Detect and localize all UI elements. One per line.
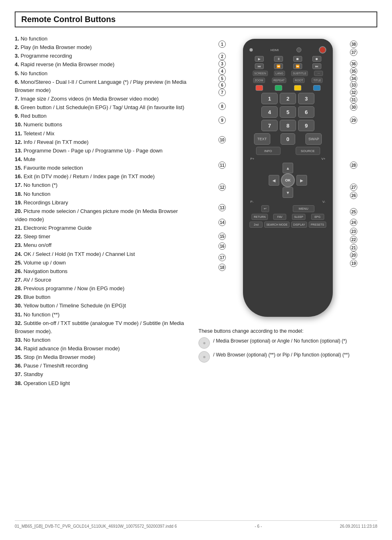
page-footer: 01_MB65_[GB]_DVB-TC_PVR_GOLD14_5110UK_46… bbox=[15, 520, 377, 529]
right-column: HDMI ▶ ⏸ ⏹ ⏺ bbox=[198, 35, 377, 513]
yellow-btn[interactable] bbox=[294, 85, 301, 91]
callout-20: 20 bbox=[350, 251, 357, 259]
num-5[interactable]: 5 bbox=[280, 106, 296, 118]
num-3[interactable]: 3 bbox=[298, 93, 314, 104]
epg-btn[interactable]: EPG bbox=[311, 214, 324, 220]
callout-15: 15 bbox=[218, 233, 226, 240]
info-source-row: INFO SOURCE bbox=[249, 147, 326, 155]
page-title: Remote Control Buttons bbox=[21, 15, 371, 24]
list-item: 31. No function (**) bbox=[15, 311, 190, 319]
second-btn[interactable]: 2nd bbox=[249, 222, 263, 228]
num-6[interactable]: 6 bbox=[298, 106, 314, 118]
fwd-btn[interactable]: ⏩ bbox=[293, 63, 302, 69]
main-content: 1. No function2. Play (in Media Browser … bbox=[15, 35, 377, 513]
screen-btn[interactable]: SCREEN bbox=[253, 71, 268, 76]
footer-page: - 6 - bbox=[255, 524, 262, 529]
info-btn[interactable]: INFO bbox=[256, 147, 281, 155]
source-btn[interactable]: SOURCE bbox=[296, 147, 320, 155]
callout-24: 24 bbox=[350, 219, 357, 226]
list-item: 19. Recordings Library bbox=[15, 199, 190, 207]
num-7[interactable]: 7 bbox=[261, 120, 278, 131]
repeat-btn[interactable]: REPEAT bbox=[272, 78, 287, 83]
nav-left[interactable]: ◀ bbox=[269, 175, 279, 186]
callout-32: 32 bbox=[350, 89, 357, 96]
footer-date: 26.09.2011 11:23:18 bbox=[340, 524, 377, 529]
pause-btn[interactable]: ⏸ bbox=[274, 56, 283, 62]
next-btn[interactable]: ⏭ bbox=[312, 63, 321, 69]
play-btn[interactable]: ▶ bbox=[255, 56, 264, 62]
remote-diagram: HDMI ▶ ⏸ ⏹ ⏺ bbox=[218, 35, 357, 321]
list-item: 35. Stop (in Media Browser mode) bbox=[15, 353, 190, 361]
list-item: 28. Previous programme / Now (in EPG mod… bbox=[15, 285, 190, 293]
callout-6: 6 bbox=[218, 81, 226, 89]
prev-btn[interactable]: ⏮ bbox=[255, 63, 264, 69]
note-text-1: / Media Browser (optional) or Angle / No… bbox=[213, 337, 347, 345]
nav-right[interactable]: ▶ bbox=[296, 175, 307, 186]
callout-4: 4 bbox=[218, 67, 226, 75]
list-item: 13. Programme Down - Page up / Programme… bbox=[15, 147, 190, 155]
list-item: 2. Play (in Media Browser mode) bbox=[15, 43, 190, 52]
list-item: 20. Picture mode selecion / Changes pict… bbox=[15, 207, 190, 224]
nav-down[interactable]: ▼ bbox=[283, 187, 293, 198]
extra-btn[interactable]: ··· bbox=[314, 71, 323, 76]
list-item: 17. No function (*) bbox=[15, 181, 190, 189]
menu-btn[interactable]: MENU bbox=[293, 205, 315, 212]
back-menu-row: ↩ MENU bbox=[249, 205, 326, 212]
list-item: 27. AV / Source bbox=[15, 276, 190, 284]
record-btn[interactable]: ⏺ bbox=[312, 56, 321, 62]
list-item: 9. Red button bbox=[15, 112, 190, 120]
list-item: 14. Mute bbox=[15, 155, 190, 164]
num-1[interactable]: 1 bbox=[261, 93, 278, 104]
list-item: 32. Subtitle on-off / TXT subtitle (anal… bbox=[15, 319, 190, 336]
subtitle-btn[interactable]: SUBTITLE bbox=[291, 71, 308, 76]
root-btn[interactable]: ROOT bbox=[293, 78, 305, 83]
fav-btn[interactable]: FAV bbox=[273, 214, 286, 220]
list-item: 26. Navigation buttons bbox=[15, 267, 190, 276]
presets-btn[interactable]: PRESETS bbox=[309, 222, 326, 228]
callout-21: 21 bbox=[350, 244, 357, 251]
callout-17: 17 bbox=[218, 254, 226, 261]
transport-row2: ⏮ ⏪ ⏩ ⏭ bbox=[249, 63, 326, 69]
search-btn[interactable]: SEARCH MODE bbox=[264, 222, 290, 228]
blue-btn[interactable] bbox=[313, 85, 321, 91]
callout-18: 18 bbox=[218, 264, 226, 271]
list-item: 3. Programme recording bbox=[15, 52, 190, 60]
display-btn[interactable]: DISPLAY bbox=[291, 222, 307, 228]
callout-38: 38 bbox=[350, 40, 357, 48]
num-0[interactable]: 0 bbox=[281, 133, 295, 145]
lang-btn[interactable]: LANG bbox=[274, 71, 285, 76]
zoom-btn[interactable]: ZOOM bbox=[253, 78, 265, 83]
swap-btn[interactable]: SWAP bbox=[305, 133, 322, 145]
num-9[interactable]: 9 bbox=[298, 120, 314, 131]
list-item: 36. Pause / Timeshift recording bbox=[15, 362, 190, 370]
list-item: 16. Exit (in DTV mode) / Return / Index … bbox=[15, 173, 190, 181]
callout-9: 9 bbox=[218, 117, 226, 124]
callout-10: 10 bbox=[218, 136, 226, 143]
ok-btn[interactable]: OK bbox=[281, 173, 295, 187]
numpad: 1 2 3 4 5 6 7 8 9 bbox=[261, 93, 314, 131]
callout-22: 22 bbox=[350, 236, 357, 243]
text-btn[interactable]: TEXT bbox=[254, 133, 270, 145]
num-8[interactable]: 8 bbox=[280, 120, 296, 131]
back-icon-btn[interactable]: ↩ bbox=[261, 205, 269, 212]
note-text-2: / Web Browser (optional) (**) or Pip / P… bbox=[213, 351, 350, 359]
rew-btn[interactable]: ⏪ bbox=[274, 63, 283, 69]
callout-37: 37 bbox=[350, 49, 357, 56]
nav-up[interactable]: ▲ bbox=[283, 163, 293, 173]
callout-19: 19 bbox=[350, 260, 357, 267]
page-title-box: Remote Control Buttons bbox=[15, 11, 377, 27]
zoom-row: ZOOM REPEAT ROOT TITLE bbox=[249, 78, 326, 83]
callout-12: 12 bbox=[218, 184, 226, 191]
list-item: 4. Rapid reverse (in Media Browser mode) bbox=[15, 60, 190, 69]
num-2[interactable]: 2 bbox=[280, 93, 296, 104]
return-btn[interactable]: RETURN bbox=[252, 214, 267, 220]
stop-btn[interactable]: ⏹ bbox=[293, 56, 302, 62]
green-btn[interactable] bbox=[275, 85, 282, 91]
list-item: 15. Favourite mode selection bbox=[15, 164, 190, 172]
pv-minus-labels: P- V- bbox=[249, 200, 326, 204]
title-btn[interactable]: TITLE bbox=[312, 78, 323, 83]
red-btn[interactable] bbox=[256, 85, 263, 91]
list-item: 12. Info / Reveal (in TXT mode) bbox=[15, 138, 190, 146]
sleep-btn[interactable]: SLEEP bbox=[292, 214, 305, 220]
num-4[interactable]: 4 bbox=[261, 106, 278, 118]
